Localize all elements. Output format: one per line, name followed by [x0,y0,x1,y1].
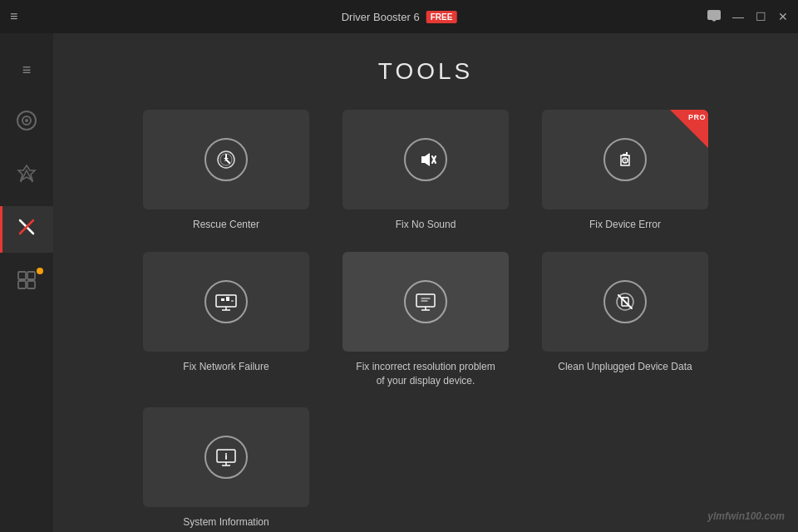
clean-unplugged-icon [603,280,647,323]
sidebar-item-tools[interactable] [0,206,53,253]
svg-rect-6 [27,272,35,279]
titlebar: ≡ Driver Booster 6 FREE — ☐ ✕ [0,0,798,33]
titlebar-center: Driver Booster 6 FREE [342,11,457,23]
sidebar-item-menu[interactable]: ≡ [0,47,53,93]
svg-rect-5 [18,272,26,279]
content-area: TOOLS Rescue Center [53,33,798,532]
tool-card-fix-resolution[interactable] [342,252,509,352]
page-title: TOOLS [378,58,473,85]
fix-no-sound-icon [404,138,447,181]
tool-item-clean-unplugged[interactable]: Clean Unplugged Device Data [542,252,708,388]
tool-card-fix-network[interactable] [143,252,309,352]
svg-point-2 [25,119,28,122]
maximize-button[interactable]: ☐ [756,11,766,22]
menu-icon[interactable]: ≡ [10,9,17,24]
rescue-center-icon [204,138,248,181]
sidebar-item-boost[interactable] [0,153,53,200]
tools-grid: Rescue Center Fix No Sound [143,110,708,530]
sidebar-item-home[interactable] [0,100,53,146]
tool-card-rescue-center[interactable] [143,110,309,209]
svg-rect-16 [231,300,234,302]
minimize-button[interactable]: — [732,11,744,22]
fix-resolution-icon [404,280,447,323]
rescue-center-label: Rescue Center [193,218,259,232]
close-button[interactable]: ✕ [778,11,788,22]
main-layout: ≡ [0,33,798,532]
hamburger-icon: ≡ [22,62,32,79]
chat-button[interactable] [707,10,721,23]
svg-rect-8 [27,281,35,288]
tool-item-rescue-center[interactable]: Rescue Center [143,110,309,232]
tool-item-fix-no-sound[interactable]: Fix No Sound [342,110,509,232]
fix-no-sound-label: Fix No Sound [396,218,456,232]
tool-card-system-info[interactable] [143,407,309,507]
svg-rect-7 [18,281,26,288]
tool-card-fix-no-sound[interactable] [342,110,509,209]
svg-text:!: ! [624,157,627,165]
svg-rect-15 [226,297,229,301]
free-badge: FREE [426,11,457,23]
fix-resolution-label: Fix incorrect resolution problem of your… [351,360,500,388]
pro-badge-text: PRO [688,113,706,121]
tool-item-fix-network[interactable]: Fix Network Failure [143,252,309,388]
fix-device-error-label: Fix Device Error [589,218,661,232]
tool-item-fix-device-error[interactable]: PRO ! Fix Device Error [542,110,708,232]
titlebar-left: ≡ [10,9,17,24]
tools-icon [17,217,37,242]
titlebar-right: — ☐ ✕ [707,10,788,23]
boost-icon [17,164,37,189]
svg-rect-14 [221,298,224,301]
app-title: Driver Booster 6 [342,11,420,23]
fix-network-label: Fix Network Failure [183,360,268,374]
apps-icon [17,270,37,295]
sidebar: ≡ [0,33,53,532]
clean-unplugged-label: Clean Unplugged Device Data [558,360,692,374]
tool-item-system-info[interactable]: System Information [143,407,309,530]
home-icon [16,110,37,136]
tool-item-fix-resolution[interactable]: Fix incorrect resolution problem of your… [342,252,509,388]
system-info-icon [204,436,248,479]
tool-card-clean-unplugged[interactable] [542,252,708,352]
notification-dot [37,268,43,274]
fix-network-icon [204,280,248,323]
fix-device-error-icon: ! [603,138,647,181]
system-info-label: System Information [183,515,268,530]
sidebar-item-apps[interactable] [0,259,53,306]
tool-card-fix-device-error[interactable]: PRO ! [542,110,708,209]
